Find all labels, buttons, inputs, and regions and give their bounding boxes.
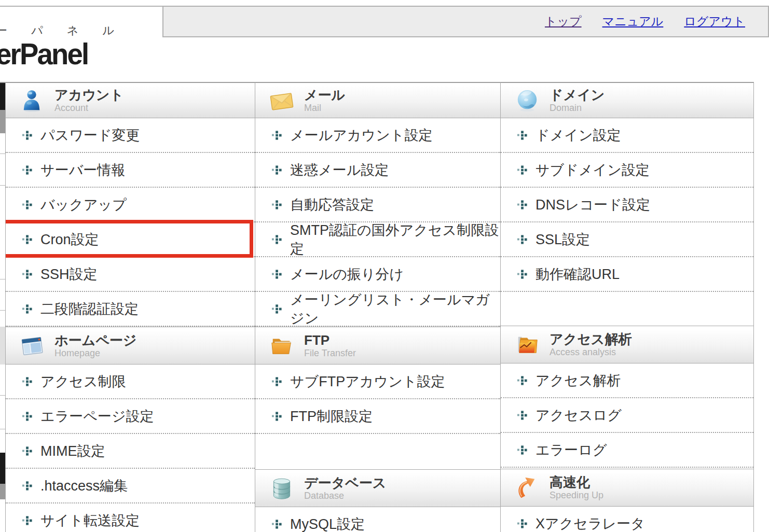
menu-item-server-info[interactable]: サーバー情報 <box>6 153 255 188</box>
menu-item-label: 二段階認証設定 <box>40 300 139 318</box>
section-title: FTP <box>304 333 356 348</box>
menu-item-label: FTP制限設定 <box>290 407 373 426</box>
menu-item-label: .htaccess編集 <box>40 477 128 495</box>
menu-item-smtp-restriction[interactable]: SMTP認証の国外アクセス制限設定 <box>255 222 500 257</box>
menu-item-label: サイト転送設定 <box>40 511 140 530</box>
arrow-bullet-icon <box>272 269 283 279</box>
homepage-icon <box>19 333 45 359</box>
arrow-bullet-icon <box>22 164 33 175</box>
menu-item-mime[interactable]: MIME設定 <box>6 434 255 469</box>
cropped-left-column <box>0 83 5 532</box>
menu-item-mailing-list[interactable]: メーリングリスト・メールマガジン <box>255 292 500 327</box>
section-header-ftp: FTPFile Transfer <box>255 327 500 365</box>
menu-item-x-accelerator[interactable]: Xアクセラレータ <box>501 507 753 532</box>
arrow-bullet-icon <box>22 515 33 526</box>
menu-item-label: メーリングリスト・メールマガジン <box>290 290 500 328</box>
menu-item-access-analysis[interactable]: アクセス解析 <box>501 363 753 398</box>
section-header-speedup: 高速化Speeding Up <box>501 469 753 507</box>
menu-item-label: エラーページ設定 <box>40 407 154 426</box>
section-mail: メールMail メールアカウント設定 迷惑メール設定 自動応答設定 SMTP認証… <box>255 83 500 327</box>
section-title: アカウント <box>54 88 123 103</box>
menu-item-subdomain-setting[interactable]: サブドメイン設定 <box>501 153 753 188</box>
menu-item-access-log[interactable]: アクセスログ <box>501 398 753 433</box>
menu-item-label: MIME設定 <box>40 442 105 460</box>
menu-item-label: エラーログ <box>535 441 607 459</box>
menu-item-mysql[interactable]: MySQL設定 <box>255 507 500 532</box>
section-header-domain: ドメインDomain <box>501 83 753 118</box>
section-header-mail: メールMail <box>255 83 500 118</box>
section-header-access-analysis: アクセス解析Access analysis <box>501 326 753 363</box>
menu-item-cron[interactable]: Cron設定 <box>6 222 255 257</box>
menu-item-label: Xアクセラレータ <box>535 514 645 532</box>
arrow-bullet-icon <box>22 480 33 491</box>
menu-column-1: アカウントAccount パスワード変更 サーバー情報 バックアップ Cron設… <box>6 83 255 532</box>
menu-item-label: サブFTPアカウント設定 <box>290 372 445 391</box>
arrow-bullet-icon <box>272 411 283 422</box>
access-analysis-icon <box>514 332 540 358</box>
arrow-bullet-icon <box>22 130 33 141</box>
mail-icon <box>269 88 295 114</box>
menu-item-label: ドメイン設定 <box>535 126 621 145</box>
menu-item-two-factor-auth[interactable]: 二段階認証設定 <box>6 292 255 327</box>
arrow-bullet-icon <box>22 303 33 314</box>
logo[interactable]: ー パ ネ ル erPanel <box>0 23 125 70</box>
arrow-bullet-icon <box>272 199 283 210</box>
arrow-bullet-icon <box>517 375 528 386</box>
menu-item-site-redirect[interactable]: サイト転送設定 <box>6 503 255 532</box>
menu-item-label: SMTP認証の国外アクセス制限設定 <box>290 221 500 258</box>
menu-item-label: アクセス制限 <box>40 372 126 391</box>
menu-item-label: サブドメイン設定 <box>535 161 650 179</box>
section-subtitle: Homepage <box>54 348 136 358</box>
menu-item-auto-reply[interactable]: 自動応答設定 <box>255 188 500 222</box>
arrow-bullet-icon <box>517 130 528 141</box>
menu-item-mail-filtering[interactable]: メールの振り分け <box>255 257 500 292</box>
section-title: 高速化 <box>550 475 603 490</box>
menu-item-domain-setting[interactable]: ドメイン設定 <box>501 118 753 153</box>
account-icon <box>19 88 45 114</box>
section-title: ドメイン <box>550 88 605 103</box>
menu-item-mail-account[interactable]: メールアカウント設定 <box>255 118 500 153</box>
logout-link[interactable]: ログアウト <box>684 13 745 30</box>
section-title: アクセス解析 <box>550 332 631 347</box>
menu-item-spam-mail[interactable]: 迷惑メール設定 <box>255 153 500 188</box>
section-database: データベースDatabase MySQL設定 <box>255 469 500 532</box>
section-subtitle: Domain <box>550 103 605 113</box>
section-title: ホームページ <box>54 333 136 348</box>
menu-item-url-check[interactable]: 動作確認URL <box>501 257 753 292</box>
arrow-bullet-icon <box>22 269 33 279</box>
menu-column-2: メールMail メールアカウント設定 迷惑メール設定 自動応答設定 SMTP認証… <box>255 83 500 532</box>
section-speedup: 高速化Speeding Up Xアクセラレータ <box>501 469 753 532</box>
manual-link[interactable]: マニュアル <box>602 13 664 30</box>
arrow-bullet-icon <box>272 130 283 141</box>
arrow-bullet-icon <box>22 376 33 387</box>
section-subtitle: Account <box>54 103 123 113</box>
section-subtitle: Access analysis <box>550 347 631 357</box>
empty-cell <box>501 292 753 326</box>
section-subtitle: File Transfer <box>304 348 356 358</box>
menu-item-sub-ftp-account[interactable]: サブFTPアカウント設定 <box>255 365 500 399</box>
menu-item-backup[interactable]: バックアップ <box>6 188 255 222</box>
column-border <box>753 82 754 532</box>
menu-item-password-change[interactable]: パスワード変更 <box>6 118 255 153</box>
section-account: アカウントAccount パスワード変更 サーバー情報 バックアップ Cron設… <box>6 83 255 327</box>
menu-item-error-log[interactable]: エラーログ <box>501 433 753 468</box>
arrow-bullet-icon <box>517 269 528 279</box>
menu-item-dns-record[interactable]: DNSレコード設定 <box>501 188 753 222</box>
ftp-icon <box>269 333 295 359</box>
arrow-bullet-icon <box>272 164 283 175</box>
speedup-icon <box>514 475 540 501</box>
menu-item-error-page[interactable]: エラーページ設定 <box>6 399 255 434</box>
menu-item-label: バックアップ <box>40 195 127 214</box>
menu-item-ftp-restriction[interactable]: FTP制限設定 <box>255 399 500 434</box>
menu-item-htaccess-edit[interactable]: .htaccess編集 <box>6 469 255 503</box>
top-link[interactable]: トップ <box>545 13 582 30</box>
logo-kana-text: ー パ ネ ル <box>0 23 125 38</box>
section-title: データベース <box>304 475 386 491</box>
section-title: メール <box>304 88 345 103</box>
menu-item-ssh[interactable]: SSH設定 <box>6 257 255 292</box>
menu-item-label: 動作確認URL <box>535 265 620 284</box>
menu-item-label: SSH設定 <box>40 265 98 284</box>
menu-item-access-restriction[interactable]: アクセス制限 <box>6 365 255 399</box>
menu-item-ssl[interactable]: SSL設定 <box>501 222 753 257</box>
arrow-bullet-icon <box>517 410 528 421</box>
